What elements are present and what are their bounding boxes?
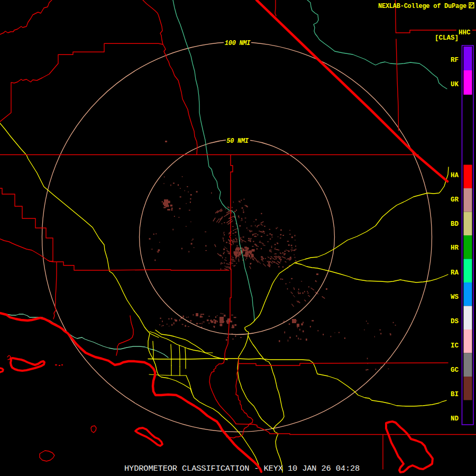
svg-text:RA: RA bbox=[451, 269, 459, 277]
svg-text:HA: HA bbox=[451, 172, 459, 179]
svg-text:NEXLAB-College of DuPage: NEXLAB-College of DuPage bbox=[378, 3, 466, 10]
svg-text:GC: GC bbox=[451, 367, 459, 374]
svg-text:BI: BI bbox=[451, 391, 459, 398]
svg-text:UK: UK bbox=[451, 81, 459, 88]
svg-text:DS: DS bbox=[451, 318, 459, 325]
svg-text:HHC: HHC bbox=[459, 29, 471, 36]
svg-text:100 NMI: 100 NMI bbox=[225, 40, 251, 47]
svg-text:[CLAS]: [CLAS] bbox=[435, 34, 459, 42]
svg-text:RF: RF bbox=[451, 57, 459, 64]
svg-text:ND: ND bbox=[451, 415, 459, 423]
svg-text:GR: GR bbox=[451, 196, 459, 204]
svg-text:WS: WS bbox=[451, 294, 459, 301]
svg-text:50 NMI: 50 NMI bbox=[226, 138, 249, 145]
svg-text:HR: HR bbox=[451, 244, 459, 252]
svg-text:IC: IC bbox=[451, 342, 459, 350]
svg-text:HYDROMETEOR CLASSIFICATION - K: HYDROMETEOR CLASSIFICATION - KEYX 10 JAN… bbox=[124, 464, 360, 473]
svg-text:BD: BD bbox=[451, 221, 459, 228]
